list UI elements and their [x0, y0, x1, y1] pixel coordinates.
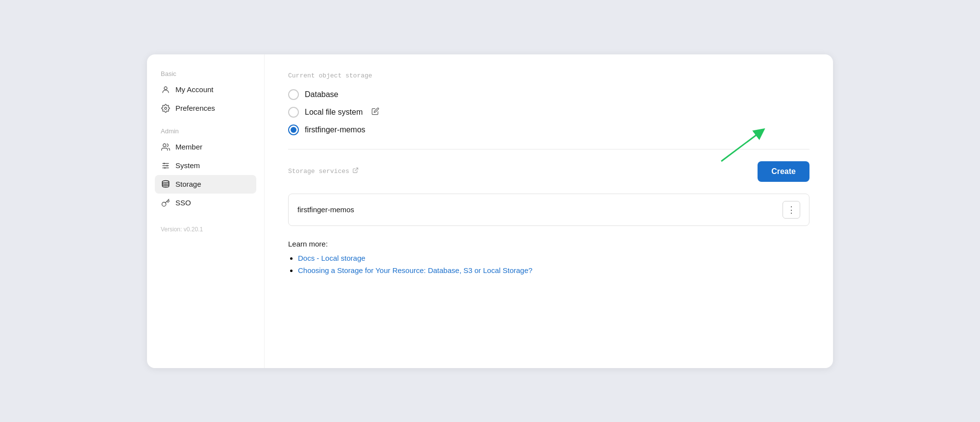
sidebar-item-member[interactable]: Member: [155, 138, 256, 156]
sidebar-item-system[interactable]: System: [155, 156, 256, 175]
learn-more-list: Docs - Local storage Choosing a Storage …: [288, 254, 809, 274]
docs-local-link[interactable]: Docs - Local storage: [298, 254, 366, 262]
storage-item-row: firstfinger-memos ⋮: [288, 194, 809, 226]
sidebar-label-storage: Storage: [175, 180, 201, 188]
sidebar-label-member: Member: [175, 143, 202, 151]
people-icon: [161, 142, 171, 152]
edit-icon[interactable]: [371, 107, 379, 117]
svg-point-7: [167, 165, 168, 166]
key-icon: [161, 198, 171, 208]
learn-more-item-choosing: Choosing a Storage for Your Resource: Da…: [298, 266, 809, 274]
choosing-storage-link[interactable]: Choosing a Storage for Your Resource: Da…: [298, 266, 533, 274]
person-icon: [161, 85, 171, 95]
more-dots: ⋮: [787, 204, 796, 215]
svg-point-8: [164, 167, 166, 169]
radio-database[interactable]: [288, 89, 299, 100]
radio-label-database: Database: [305, 90, 339, 99]
storage-services-label: Storage services: [288, 167, 359, 175]
more-options-button[interactable]: ⋮: [783, 201, 800, 219]
database-icon: [161, 179, 171, 189]
external-link-icon: [352, 167, 359, 175]
radio-local-file-system[interactable]: [288, 107, 299, 118]
svg-point-1: [165, 107, 167, 109]
learn-more-title: Learn more:: [288, 240, 809, 248]
svg-point-9: [162, 180, 169, 183]
storage-services-row: Storage services: [288, 161, 809, 182]
svg-point-6: [164, 163, 165, 164]
svg-point-2: [163, 144, 166, 147]
green-arrow-annotation: [711, 127, 770, 166]
sidebar-label-my-account: My Account: [175, 85, 214, 94]
current-storage-title: Current object storage: [288, 72, 809, 79]
create-button[interactable]: Create: [758, 161, 809, 182]
sidebar-item-storage[interactable]: Storage: [155, 175, 256, 194]
settings-card: Basic My Account Preferences Admin: [147, 54, 833, 368]
version-label: Version: v0.20.1: [155, 218, 256, 233]
sidebar: Basic My Account Preferences Admin: [147, 54, 265, 368]
sidebar-section-basic: Basic: [155, 70, 256, 77]
sidebar-item-sso[interactable]: SSO: [155, 194, 256, 212]
storage-option-local-file-system[interactable]: Local file system: [288, 107, 809, 118]
radio-label-firstfinger-memos: firstfinger-memos: [305, 125, 366, 134]
sidebar-label-preferences: Preferences: [175, 104, 215, 112]
sidebar-section-admin: Admin: [155, 127, 256, 135]
radio-firstfinger-memos[interactable]: [288, 124, 299, 135]
sliders-icon: [161, 161, 171, 171]
learn-more-section: Learn more: Docs - Local storage Choosin…: [288, 240, 809, 274]
main-content: Current object storage Database Local fi…: [265, 54, 833, 368]
svg-line-11: [355, 168, 358, 171]
sidebar-item-preferences[interactable]: Preferences: [155, 99, 256, 118]
gear-icon: [161, 103, 171, 113]
sidebar-label-system: System: [175, 161, 200, 170]
storage-option-database[interactable]: Database: [288, 89, 809, 100]
storage-item-name: firstfinger-memos: [297, 205, 354, 214]
learn-more-item-docs: Docs - Local storage: [298, 254, 809, 262]
sidebar-item-my-account[interactable]: My Account: [155, 80, 256, 99]
svg-point-0: [164, 87, 167, 90]
sidebar-label-sso: SSO: [175, 199, 191, 207]
radio-label-local-file-system: Local file system: [305, 108, 363, 117]
